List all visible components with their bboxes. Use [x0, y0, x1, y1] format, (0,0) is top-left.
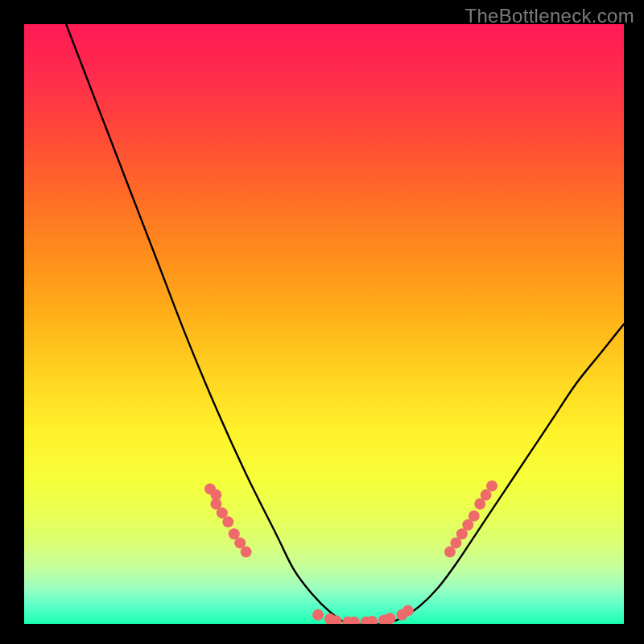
chart-frame: TheBottleneck.com: [0, 0, 644, 644]
data-marker: [469, 510, 480, 522]
marker-layer: [204, 481, 497, 624]
chart-svg: [24, 24, 624, 624]
data-marker: [402, 605, 414, 617]
plot-area: [24, 24, 624, 624]
data-marker: [384, 613, 395, 624]
curve-layer: [66, 24, 624, 624]
data-marker: [222, 516, 233, 527]
bottleneck-curve: [66, 24, 624, 624]
data-marker: [312, 609, 324, 621]
data-marker: [486, 481, 497, 492]
data-marker: [241, 547, 252, 558]
